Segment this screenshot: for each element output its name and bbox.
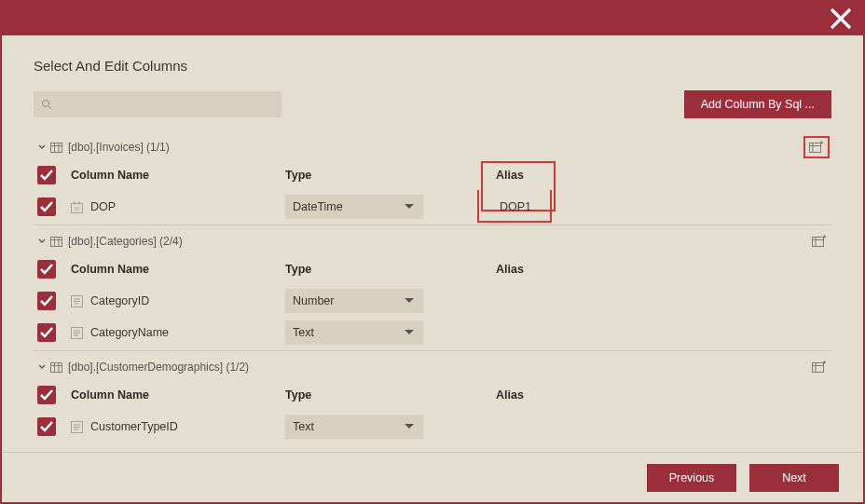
column-name-cell: CustomerTypeID: [71, 420, 285, 433]
close-icon[interactable]: [830, 7, 852, 30]
select-all-checkbox[interactable]: [37, 386, 56, 404]
column-name-cell: CategoryName: [71, 326, 285, 339]
table-icon: [50, 143, 62, 153]
search-input[interactable]: [34, 91, 281, 117]
field-icon: 10: [71, 201, 83, 213]
columns-header: Column NameTypeAlias: [34, 379, 831, 411]
svg-point-0: [43, 101, 49, 107]
page-title: Select And Edit Columns: [34, 58, 831, 74]
previous-button[interactable]: Previous: [647, 464, 736, 492]
columns-header: Column NameTypeAlias: [34, 159, 831, 191]
add-column-icon[interactable]: [809, 359, 830, 375]
add-column-sql-button[interactable]: Add Column By Sql ...: [684, 90, 831, 118]
header-type: Type: [285, 263, 496, 276]
column-row: CategoryNameText: [34, 317, 831, 348]
table-group-header: [dbo].[Invoices] (1/1): [34, 135, 831, 159]
expand-toggle[interactable]: [35, 363, 48, 371]
svg-rect-11: [51, 362, 62, 372]
columns-header: Column NameTypeAlias: [34, 253, 831, 285]
svg-rect-2: [810, 143, 821, 153]
field-icon: [71, 421, 83, 433]
table-group-label: [dbo].[CustomerDemographics] (1/2): [68, 361, 249, 374]
search-icon: [41, 99, 52, 110]
table-group-label: [dbo].[Invoices] (1/1): [68, 141, 170, 154]
table-icon: [50, 237, 62, 247]
row-checkbox[interactable]: [37, 417, 56, 436]
type-select[interactable]: Text: [285, 320, 423, 345]
header-column-name: Column Name: [71, 169, 285, 182]
type-select[interactable]: DateTime: [285, 195, 423, 219]
svg-rect-5: [79, 201, 81, 204]
column-row: 10DOPDateTimeDOP1: [34, 191, 831, 223]
svg-text:10: 10: [74, 206, 79, 211]
toolbar: Add Column By Sql ...: [34, 90, 831, 118]
column-row: CustomerTypeIDText: [34, 411, 831, 443]
add-column-icon[interactable]: [803, 136, 830, 158]
row-checkbox[interactable]: [37, 323, 56, 342]
column-name-text: DOP: [90, 200, 116, 213]
add-column-icon[interactable]: [809, 233, 830, 250]
table-group-label: [dbo].[Categories] (2/4): [68, 235, 183, 248]
type-select[interactable]: Text: [285, 415, 423, 439]
svg-rect-7: [51, 237, 62, 246]
column-name-cell: 10DOP: [71, 200, 285, 213]
svg-rect-12: [813, 363, 824, 373]
select-all-checkbox[interactable]: [37, 260, 56, 279]
row-checkbox[interactable]: [37, 198, 56, 216]
table-group-header: [dbo].[Categories] (2/4): [34, 229, 831, 253]
header-alias: Alias: [496, 169, 831, 182]
type-select[interactable]: Number: [285, 289, 423, 313]
column-name-cell: CategoryID: [71, 294, 285, 307]
header-alias: Alias: [496, 263, 831, 276]
field-icon: [71, 327, 83, 339]
content-area: Select And Edit Columns Add Column By Sq…: [2, 35, 863, 452]
field-icon: [71, 295, 83, 307]
expand-toggle[interactable]: [35, 143, 48, 151]
header-alias: Alias: [496, 388, 831, 402]
dialog: Select And Edit Columns Add Column By Sq…: [0, 0, 865, 504]
column-name-text: CategoryName: [90, 326, 169, 339]
select-all-checkbox[interactable]: [37, 166, 56, 184]
expand-toggle[interactable]: [35, 238, 48, 245]
header-type: Type: [285, 169, 496, 182]
row-checkbox[interactable]: [37, 292, 56, 310]
column-name-text: CustomerTypeID: [90, 420, 178, 433]
column-row: CategoryIDNumber: [34, 285, 831, 317]
header-type: Type: [285, 388, 496, 402]
header-column-name: Column Name: [71, 263, 285, 276]
alias-cell[interactable]: DOP1: [496, 200, 831, 213]
next-button[interactable]: Next: [749, 464, 839, 492]
table-icon: [50, 362, 62, 373]
svg-rect-8: [813, 238, 824, 247]
titlebar: [2, 2, 863, 35]
footer: Previous Next: [2, 452, 863, 502]
column-name-text: CategoryID: [90, 294, 149, 307]
svg-rect-1: [51, 143, 62, 152]
header-column-name: Column Name: [71, 388, 285, 402]
svg-rect-4: [74, 201, 76, 204]
table-group-header: [dbo].[CustomerDemographics] (1/2): [34, 355, 831, 379]
